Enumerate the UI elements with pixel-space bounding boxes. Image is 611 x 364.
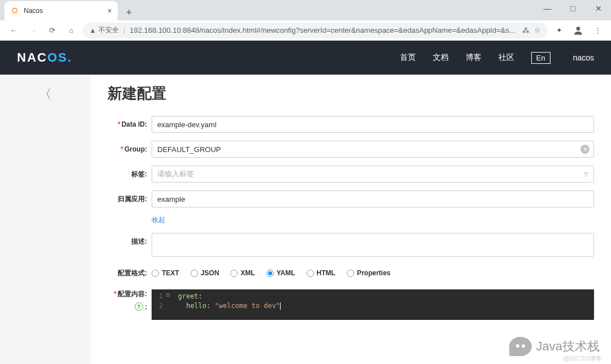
chevron-down-icon: ▽ xyxy=(584,171,588,177)
tags-placeholder: 请输入标签 xyxy=(157,169,194,179)
format-radio-group: TEXT JSON XML YAML HTML Properties xyxy=(152,269,594,277)
nacos-favicon-icon: ⎔ xyxy=(10,6,19,15)
cto-watermark: @51CTO博客 xyxy=(563,354,602,363)
label-desc: 描述: xyxy=(107,233,152,250)
tab-close-icon[interactable]: × xyxy=(107,6,112,15)
reload-button[interactable]: ⟳ xyxy=(44,23,60,38)
code-editor[interactable]: 1 2 ⊟ greet: hello: "welcome to dev" xyxy=(152,289,594,320)
app-input[interactable] xyxy=(152,190,594,207)
group-input[interactable] xyxy=(152,141,594,158)
url-text: 192.168.100.10:8848/nacos/index.html#/ne… xyxy=(130,26,518,34)
language-toggle[interactable]: En xyxy=(531,52,550,64)
browser-tab-strip: ⎔ Nacos × + xyxy=(0,0,611,20)
format-html[interactable]: HTML xyxy=(307,269,335,277)
tab-title: Nacos xyxy=(24,7,103,15)
editor-gutter: 1 2 xyxy=(152,289,166,320)
tags-select[interactable]: 请输入标签 ▽ xyxy=(152,166,594,183)
clear-group-icon[interactable]: ✕ xyxy=(580,145,590,154)
description-textarea[interactable] xyxy=(152,233,594,257)
help-icon[interactable]: ? xyxy=(135,302,143,311)
profile-icon[interactable] xyxy=(570,23,586,38)
nacos-nav: 首页 文档 博客 社区 En nacos xyxy=(400,52,594,64)
nav-docs[interactable]: 文档 xyxy=(433,53,449,63)
nav-community[interactable]: 社区 xyxy=(498,53,514,63)
sidebar-collapse-strip: 〈 xyxy=(0,75,91,364)
nacos-logo[interactable]: NACOS. xyxy=(17,50,72,65)
nacos-header: NACOS. 首页 文档 博客 社区 En nacos xyxy=(0,41,611,75)
back-button[interactable]: ← xyxy=(6,23,21,38)
format-properties[interactable]: Properties xyxy=(347,269,390,277)
extensions-icon[interactable]: ✦ xyxy=(551,23,567,38)
format-yaml[interactable]: YAML xyxy=(266,269,295,277)
warning-icon: ▲ xyxy=(89,27,96,34)
data-id-input[interactable] xyxy=(152,116,594,133)
main-content: 新建配置 *Data ID: *Group: ✕ 标签: 请输入标签 ▽ xyxy=(91,75,611,364)
label-format: 配置格式: xyxy=(107,265,152,281)
editor-cursor xyxy=(280,302,281,310)
browser-toolbar: ← → ⟳ ⌂ ▲ 不安全 | 192.168.100.10:8848/naco… xyxy=(0,20,611,41)
label-content: *配置内容: xyxy=(107,289,147,299)
address-bar[interactable]: ▲ 不安全 | 192.168.100.10:8848/nacos/index.… xyxy=(83,23,548,38)
menu-icon[interactable]: ⋮ xyxy=(590,23,605,38)
label-app: 归属应用: xyxy=(107,190,152,207)
label-group: *Group: xyxy=(107,141,152,158)
svg-point-0 xyxy=(576,27,580,31)
user-name[interactable]: nacos xyxy=(573,53,594,62)
sidebar-back-icon[interactable]: 〈 xyxy=(39,86,51,364)
insecure-label: 不安全 xyxy=(98,25,119,35)
new-tab-button[interactable]: + xyxy=(121,5,137,20)
label-tags: 标签: xyxy=(107,166,152,183)
browser-tab[interactable]: ⎔ Nacos × xyxy=(5,1,118,20)
bookmark-icon[interactable]: ☆ xyxy=(534,26,541,34)
nav-blog[interactable]: 博客 xyxy=(466,53,481,63)
nav-home[interactable]: 首页 xyxy=(400,53,416,63)
translate-icon[interactable]: ⁂ xyxy=(522,26,530,34)
page-title: 新建配置 xyxy=(107,84,594,103)
format-json[interactable]: JSON xyxy=(191,269,220,277)
format-text[interactable]: TEXT xyxy=(152,269,179,277)
label-data-id: *Data ID: xyxy=(107,116,152,133)
collapse-link[interactable]: 收起 xyxy=(152,216,165,224)
insecure-badge: ▲ 不安全 xyxy=(89,25,119,35)
format-xml[interactable]: XML xyxy=(230,269,255,277)
minimize-button[interactable]: — xyxy=(535,0,560,17)
editor-content: greet: hello: "welcome to dev" xyxy=(166,289,594,320)
close-window-button[interactable]: ✕ xyxy=(586,0,611,17)
window-controls: — □ ✕ xyxy=(535,0,611,17)
home-button[interactable]: ⌂ xyxy=(63,23,79,38)
forward-button[interactable]: → xyxy=(25,23,41,38)
maximize-button[interactable]: □ xyxy=(560,0,586,17)
